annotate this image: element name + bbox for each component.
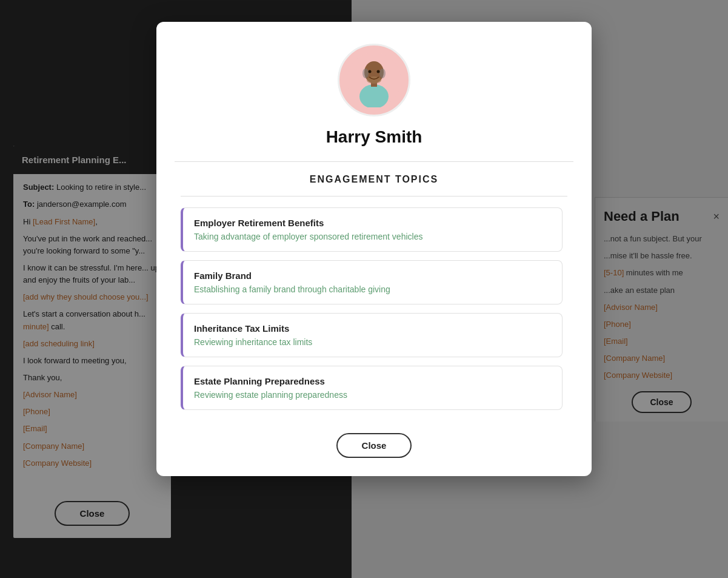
engagement-title: ENGAGEMENT TOPICS bbox=[181, 174, 567, 185]
topic-desc-2: Reviewing inheritance tax limits bbox=[194, 337, 551, 347]
topic-desc-1: Establishing a family brand through char… bbox=[194, 284, 551, 294]
avatar-svg bbox=[347, 53, 401, 107]
engagement-divider bbox=[181, 196, 567, 197]
svg-point-8 bbox=[377, 70, 380, 73]
svg-point-6 bbox=[379, 69, 386, 78]
svg-point-5 bbox=[362, 69, 369, 78]
modal-close-button[interactable]: Close bbox=[336, 433, 412, 458]
topic-card-2[interactable]: Inheritance Tax LimitsReviewing inherita… bbox=[181, 313, 563, 357]
topic-desc-0: Taking advantage of employer sponsored r… bbox=[194, 232, 551, 241]
engagement-section: ENGAGEMENT TOPICS Employer Retirement Be… bbox=[156, 162, 592, 418]
topic-card-3[interactable]: Estate Planning PreparednessReviewing es… bbox=[181, 366, 563, 410]
person-name: Harry Smith bbox=[326, 127, 422, 147]
topic-card-0[interactable]: Employer Retirement BenefitsTaking advan… bbox=[181, 207, 563, 252]
avatar bbox=[338, 44, 410, 116]
svg-point-7 bbox=[369, 70, 372, 73]
topic-title-2: Inheritance Tax Limits bbox=[194, 323, 551, 334]
topic-title-3: Estate Planning Preparedness bbox=[194, 376, 551, 386]
engagement-modal: Harry Smith ENGAGEMENT TOPICS Employer R… bbox=[156, 22, 592, 476]
topic-title-1: Family Brand bbox=[194, 271, 551, 281]
topic-desc-3: Reviewing estate planning preparedness bbox=[194, 390, 551, 400]
topics-container[interactable]: Employer Retirement BenefitsTaking advan… bbox=[181, 207, 567, 418]
avatar-section: Harry Smith bbox=[156, 22, 592, 161]
topic-card-1[interactable]: Family BrandEstablishing a family brand … bbox=[181, 260, 563, 304]
topic-title-0: Employer Retirement Benefits bbox=[194, 218, 551, 228]
svg-point-4 bbox=[367, 76, 381, 84]
